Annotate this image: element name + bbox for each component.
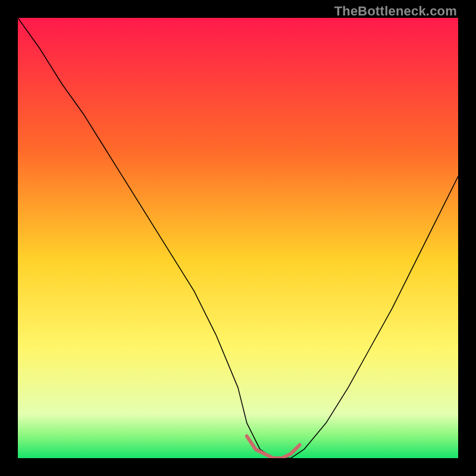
chart-frame: TheBottleneck.com xyxy=(0,0,476,476)
curve-layer xyxy=(18,18,458,458)
plot-area xyxy=(18,18,458,458)
bottleneck-curve xyxy=(18,18,458,458)
watermark-text: TheBottleneck.com xyxy=(334,4,457,19)
